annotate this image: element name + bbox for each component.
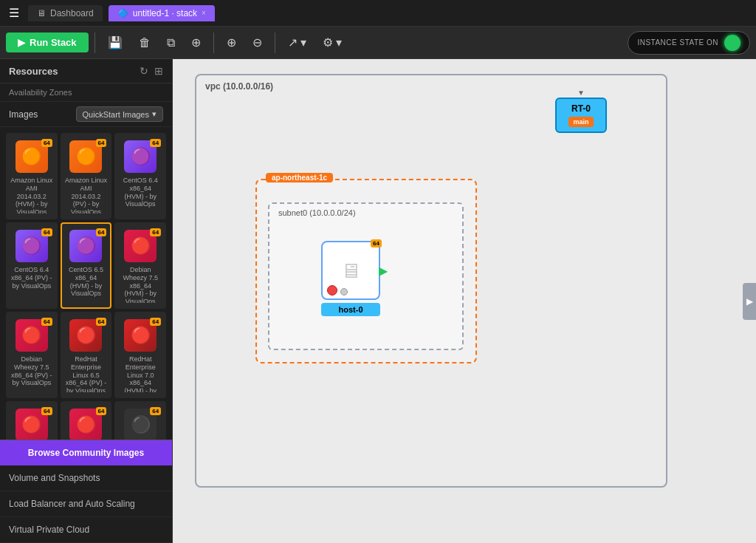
image-label: CentOS 6.4 x86_64 (PV) - by VisualOps (10, 266, 53, 290)
more-options-button[interactable]: ⚙ ▾ (316, 32, 348, 53)
image-item[interactable]: 🟠 64 Amazon Linux AMI 2014.03.2 (PV) - b… (61, 133, 112, 219)
image-icon-wrapper: 🔴 64 (13, 407, 51, 440)
image-icon-wrapper: 🔴 64 (121, 228, 159, 264)
tab-close-icon[interactable]: × (202, 9, 206, 17)
rt-main-badge: main (568, 117, 593, 127)
top-bar: ☰ 🖥 Dashboard 🔷 untitled-1 · stack × (0, 0, 756, 27)
share-button[interactable]: ↗ ▾ (281, 32, 313, 53)
host-node[interactable]: 🖥 64 ▶ (321, 241, 380, 300)
hamburger-icon[interactable]: ☰ (6, 3, 22, 23)
sidebar-nav-loadbalancer[interactable]: Load Balancer and Auto Scaling (0, 491, 172, 517)
images-label: Images (9, 109, 38, 120)
image-icon-wrapper: 🟠 64 (66, 139, 105, 174)
zoom-in-button[interactable]: ⊕ (220, 32, 243, 53)
grid-icon[interactable]: ⊞ (154, 65, 163, 77)
image-item[interactable]: ⚫ 64 Image (114, 401, 166, 440)
subnet-label: subnet0 (10.0.0.0/24) (278, 208, 356, 217)
badge-64: 64 (150, 228, 161, 236)
canvas-collapse-handle[interactable]: ▶ (743, 283, 756, 320)
host-name: host-0 (321, 303, 380, 316)
sidebar-controls: ↻ ⊞ (140, 65, 163, 77)
image-icon-wrapper: 🔴 64 (66, 407, 105, 440)
image-label: Debian Wheezy 7.5 x86_64 (HVM) - by Visu… (119, 266, 162, 303)
sidebar-nav-volume[interactable]: Volume and Snapshots (0, 465, 172, 491)
badge-64: 64 (41, 318, 52, 326)
instance-state-label: INSTANCE STATE ON (637, 38, 718, 47)
canvas-inner: vpc (10.0.0.0/16) RT-0 main ap-northeast… (173, 59, 756, 543)
image-grid: 🟠 64 Amazon Linux AMI 2014.03.2 (HVM) - … (0, 127, 172, 440)
sidebar-title: Resources (9, 66, 58, 77)
image-icon-wrapper: 🔴 64 (13, 318, 51, 353)
add-button[interactable]: ⊕ (185, 32, 207, 53)
image-icon-wrapper: 🟣 64 (13, 228, 51, 264)
toggle-dot (724, 35, 740, 51)
image-item[interactable]: 🔴 64 Debian Wheezy 7.5 x86_64 (PV) - by … (6, 312, 58, 398)
refresh-icon[interactable]: ↻ (140, 65, 148, 77)
images-header: Images QuickStart Images ▾ (0, 102, 172, 127)
host-play-button[interactable]: ▶ (379, 264, 388, 278)
image-label: CentOS 6.4 x86_64 (HVM) - by VisualOps (119, 177, 162, 208)
sidebar-header: Resources ↻ ⊞ (0, 59, 172, 83)
rt-node[interactable]: RT-0 main (555, 98, 607, 133)
image-item[interactable]: 🟠 64 Amazon Linux AMI 2014.03.2 (HVM) - … (6, 133, 58, 219)
image-item[interactable]: 🔴 64 RedHat Enterprise Linux 6.5 x86_64 … (61, 312, 112, 398)
host-status-red (327, 285, 337, 296)
badge-64: 64 (41, 228, 52, 236)
instance-state-toggle[interactable]: INSTANCE STATE ON (628, 31, 750, 55)
host-container: 🖥 64 ▶ host-0 (321, 241, 380, 316)
subnet-container: subnet0 (10.0.0.0/24) 🖥 64 ▶ host-0 (268, 202, 464, 350)
tab-stack[interactable]: 🔷 untitled-1 · stack × (109, 5, 215, 21)
canvas-area[interactable]: vpc (10.0.0.0/16) RT-0 main ap-northeast… (173, 59, 756, 543)
image-label: CentOS 6.5 x86_64 (HVM) - by VisualOps (65, 266, 108, 298)
badge-64: 64 (150, 139, 161, 147)
save-button[interactable]: 💾 (101, 32, 129, 53)
badge-64: 64 (150, 407, 161, 415)
badge-64: 64 (41, 407, 52, 415)
image-label: RedHat Enterprise Linux 7.0 x86_64 (HVM)… (119, 355, 162, 392)
image-item-selected[interactable]: 🟣 64 CentOS 6.5 x86_64 (HVM) - by Visual… (61, 222, 112, 309)
host-status-dot (340, 288, 348, 296)
toolbar-separator-3 (275, 33, 275, 53)
image-item[interactable]: 🔴 64 Debian Wheezy 7.5 x86_64 (HVM) - by… (114, 222, 166, 309)
image-icon-wrapper: 🔴 64 (66, 318, 105, 353)
image-label: Amazon Linux AMI 2014.03.2 (HVM) - by Vi… (10, 177, 53, 214)
delete-button[interactable]: 🗑 (132, 33, 157, 53)
image-label: RedHat Enterprise Linux 6.5 x86_64 (PV) … (65, 355, 108, 392)
tab-dashboard[interactable]: 🖥 Dashboard (28, 5, 103, 21)
image-icon-wrapper: 🔴 64 (121, 318, 159, 353)
badge-64: 64 (96, 228, 107, 236)
host-icon: 🖥 (340, 259, 361, 283)
browse-community-button[interactable]: Browse Community Images (0, 440, 172, 465)
az-container: ap-northeast-1c subnet0 (10.0.0.0/24) 🖥 … (255, 179, 477, 363)
availability-zones-label: Availability Zones (0, 83, 172, 102)
image-icon-wrapper: ⚫ 64 (121, 407, 159, 440)
badge-64: 64 (41, 139, 52, 147)
toolbar-separator (94, 33, 95, 53)
image-item[interactable]: 🔴 64 Image (6, 401, 58, 440)
badge-64: 64 (150, 318, 161, 326)
image-item[interactable]: 🟣 64 CentOS 6.4 x86_64 (HVM) - by Visual… (114, 133, 166, 219)
image-item[interactable]: 🔴 64 Image (61, 401, 112, 440)
sidebar: Resources ↻ ⊞ Availability Zones Images … (0, 59, 173, 543)
main-layout: Resources ↻ ⊞ Availability Zones Images … (0, 59, 756, 543)
az-label: ap-northeast-1c (266, 173, 333, 182)
toolbar-separator-2 (213, 33, 214, 53)
sidebar-nav-vpc[interactable]: Virtual Private Cloud (0, 517, 172, 543)
badge-64: 64 (96, 139, 107, 147)
image-item[interactable]: 🟣 64 CentOS 6.4 x86_64 (PV) - by VisualO… (6, 222, 58, 309)
rt-label: RT-0 (571, 103, 591, 114)
badge-64: 64 (96, 407, 107, 415)
host-badge: 64 (371, 239, 382, 247)
image-icon-wrapper: 🟠 64 (13, 139, 51, 174)
vpc-label: vpc (10.0.0.0/16) (205, 81, 273, 92)
quickstart-images-button[interactable]: QuickStart Images ▾ (76, 106, 163, 122)
image-icon-wrapper: 🟣 64 (121, 139, 159, 174)
image-item[interactable]: 🔴 64 RedHat Enterprise Linux 7.0 x86_64 … (114, 312, 166, 398)
badge-64: 64 (96, 318, 107, 326)
copy-button[interactable]: ⧉ (160, 33, 182, 53)
run-stack-button[interactable]: ▶ Run Stack (6, 33, 89, 52)
zoom-out-button[interactable]: ⊖ (246, 32, 269, 53)
image-label: Debian Wheezy 7.5 x86_64 (PV) - by Visua… (10, 355, 53, 387)
vpc-container: vpc (10.0.0.0/16) RT-0 main ap-northeast… (195, 74, 667, 488)
image-label: Amazon Linux AMI 2014.03.2 (PV) - by Vis… (65, 177, 108, 214)
